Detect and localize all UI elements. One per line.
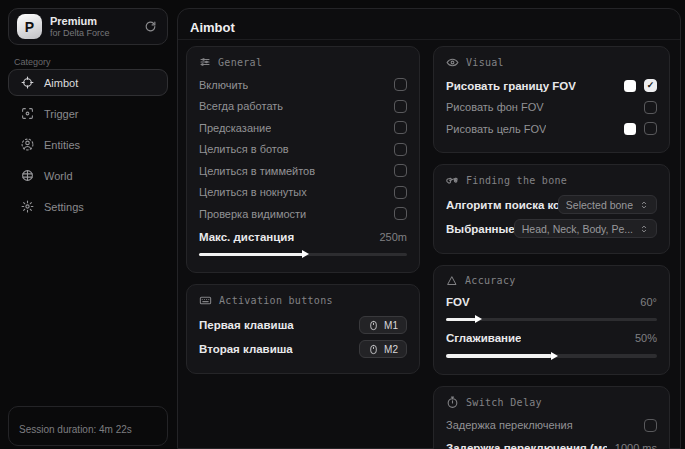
bone-icon: [446, 174, 459, 187]
unfold-icon: [639, 200, 649, 210]
sidebar-item-label: Entities: [44, 139, 80, 151]
bone-selected-row: Выбранные кости Head, Neck, Body, Pe...: [446, 217, 657, 241]
sidebar-item-aimbot[interactable]: Aimbot: [8, 69, 168, 96]
mouse-icon: [368, 344, 379, 355]
visual-row-fov-border: Рисовать границу FOV ✓: [446, 75, 657, 97]
fov-row: FOV 60°: [446, 293, 657, 311]
keybind-button-m1[interactable]: M1: [359, 316, 407, 334]
slider-handle[interactable]: [302, 250, 309, 258]
brand-subtitle: for Delta Force: [50, 28, 144, 38]
panel-title: Visual: [466, 57, 504, 68]
sidebar-item-settings[interactable]: Settings: [8, 193, 168, 220]
brand-title: Premium: [50, 15, 144, 28]
slider-fill: [199, 253, 303, 257]
keyboard-icon: [199, 294, 212, 307]
visual-row-fov-background: Рисовать фон FOV ✓: [446, 97, 657, 119]
sidebar-item-label: Trigger: [44, 108, 78, 120]
viewfinder-icon: [21, 107, 34, 120]
brand-card: P Premium for Delta Force: [8, 8, 168, 45]
checkbox[interactable]: ✓: [644, 79, 657, 92]
slider-label: Задержка переключения (мс): [446, 442, 607, 449]
visual-label: Рисовать фон FOV: [446, 101, 544, 113]
slider-value: 50%: [635, 332, 657, 344]
app-logo: P: [17, 14, 42, 39]
session-duration: Session duration: 4m 22s: [8, 406, 168, 446]
mouse-icon: [368, 320, 379, 331]
max-distance-slider[interactable]: [199, 253, 407, 257]
toggle-row-enable: Включить ✓: [199, 74, 407, 96]
checkbox[interactable]: ✓: [394, 100, 407, 113]
sidebar-item-label: Settings: [44, 201, 84, 213]
checkbox[interactable]: ✓: [394, 121, 407, 134]
panel-visual: Visual Рисовать границу FOV ✓ Рисовать ф…: [433, 46, 670, 153]
keybind-button-m2[interactable]: M2: [359, 340, 407, 358]
checkbox[interactable]: ✓: [394, 164, 407, 177]
slider-handle[interactable]: [551, 352, 558, 360]
dropdown-value: Head, Neck, Body, Pe...: [522, 223, 633, 235]
smoothing-slider[interactable]: [446, 354, 657, 358]
panel-finding-the-bone: Finding the bone Алгоритм поиска костей …: [433, 164, 670, 254]
bone-algorithm-select[interactable]: Selected bone: [558, 195, 657, 214]
slider-value: 250m: [379, 231, 407, 243]
sliders-icon: [199, 56, 211, 68]
keybind-row-first: Первая клавиша M1: [199, 313, 407, 337]
checkbox[interactable]: ✓: [644, 122, 657, 135]
checkbox[interactable]: ✓: [394, 207, 407, 220]
selected-bones-select[interactable]: Head, Neck, Body, Pe...: [514, 219, 657, 238]
panel-title: Accuracy: [465, 275, 516, 286]
main-panel: Aimbot General Включить ✓: [177, 8, 681, 449]
toggle-row-prediction: Предсказание ✓: [199, 117, 407, 139]
crosshair-icon: [21, 76, 34, 89]
fov-slider[interactable]: [446, 318, 657, 322]
panel-accuracy: Accuracy FOV 60° Сглаживание 50%: [433, 265, 670, 375]
sidebar-item-entities[interactable]: Entities: [8, 131, 168, 158]
gear-icon: [21, 200, 34, 213]
slider-value: 1000 ms: [615, 442, 657, 449]
checkbox[interactable]: ✓: [394, 186, 407, 199]
slider-label: FOV: [446, 296, 470, 308]
panel-activation-buttons: Activation buttons Первая клавиша M1: [186, 284, 420, 374]
checkbox[interactable]: ✓: [644, 419, 657, 432]
slider-label: Сглаживание: [446, 332, 521, 344]
checkbox[interactable]: ✓: [644, 101, 657, 114]
toggle-label: Предсказание: [199, 122, 271, 134]
toggle-label: Проверка видимости: [199, 208, 306, 220]
checkbox[interactable]: ✓: [394, 78, 407, 91]
slider-handle[interactable]: [475, 315, 482, 323]
panel-title: Finding the bone: [466, 175, 567, 186]
panel-switch-delay: Switch Delay Задержка переключения ✓ Зад…: [433, 386, 670, 449]
smoothing-row: Сглаживание 50%: [446, 329, 657, 347]
page-title: Aimbot: [190, 20, 235, 35]
switch-delay-ms-row: Задержка переключения (мс) 1000 ms: [446, 439, 657, 449]
color-swatch[interactable]: [624, 123, 636, 135]
keybind-label: Вторая клавиша: [199, 343, 293, 355]
checkbox[interactable]: ✓: [394, 143, 407, 156]
dropdown-label: Алгоритм поиска костей: [446, 199, 572, 211]
unfold-icon: [639, 224, 649, 234]
toggle-row-visibility-check: Проверка видимости ✓: [199, 203, 407, 225]
bone-algorithm-row: Алгоритм поиска костей Selected bone: [446, 193, 657, 217]
toggle-label: Задержка переключения: [446, 419, 573, 431]
keybind-row-second: Вторая клавиша M2: [199, 337, 407, 361]
visual-label: Рисовать границу FOV: [446, 80, 576, 92]
keybind-label: Первая клавиша: [199, 319, 294, 331]
entities-icon: [21, 138, 34, 151]
toggle-row-target-teammates: Целиться в тиммейтов ✓: [199, 160, 407, 182]
reload-icon[interactable]: [144, 20, 157, 33]
toggle-row-target-bots: Целиться в ботов ✓: [199, 139, 407, 161]
sidebar-nav: Aimbot Trigger Entities: [8, 69, 168, 224]
session-duration-text: Session duration: 4m 22s: [19, 424, 132, 435]
visual-label: Рисовать цель FOV: [446, 123, 546, 135]
timer-icon: [446, 396, 459, 409]
keybind-value: M2: [384, 344, 398, 355]
panel-title: General: [218, 57, 262, 68]
slider-fill: [446, 318, 476, 322]
slider-value: 60°: [640, 296, 657, 308]
color-swatch[interactable]: [624, 80, 636, 92]
main-header: Aimbot: [178, 9, 680, 40]
panel-title: Switch Delay: [466, 397, 542, 408]
sidebar-item-world[interactable]: World: [8, 162, 168, 189]
dropdown-value: Selected bone: [566, 199, 633, 211]
toggle-label: Всегда работать: [199, 100, 283, 112]
sidebar-item-trigger[interactable]: Trigger: [8, 100, 168, 127]
